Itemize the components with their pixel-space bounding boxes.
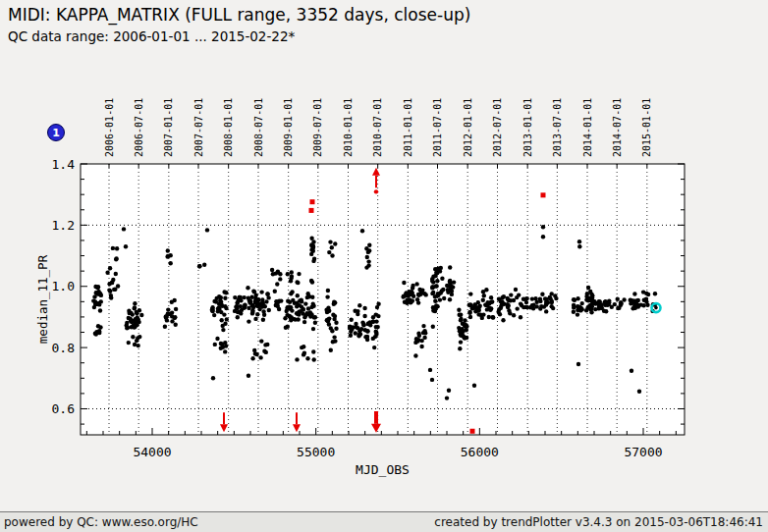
plot-index-badge[interactable]: 1 bbox=[47, 124, 65, 141]
date-tick-label: 2013-01-01 bbox=[522, 98, 533, 157]
date-tick-label: 2014-07-01 bbox=[612, 98, 623, 157]
date-tick-label: 2011-07-01 bbox=[432, 98, 443, 157]
date-labels: 2006-01-012006-07-012007-01-012007-07-01… bbox=[104, 98, 653, 157]
date-tick-label: 2006-01-01 bbox=[104, 98, 115, 157]
date-tick-label: 2007-07-01 bbox=[193, 98, 204, 157]
date-tick-label: 2011-01-01 bbox=[403, 98, 413, 157]
date-tick-label: 2010-07-01 bbox=[372, 98, 383, 157]
y-tick-label: 1.2 bbox=[52, 218, 75, 233]
footer-created-by: created by trendPlotter v3.4.3 on 2015-0… bbox=[434, 515, 763, 529]
x-tick-label: 57000 bbox=[624, 445, 662, 459]
date-tick-label: 2014-01-01 bbox=[582, 98, 593, 157]
kappa-matrix-scatter-chart: 2006-01-012006-07-012007-01-012007-07-01… bbox=[0, 0, 768, 511]
y-tick-label: 0.8 bbox=[52, 341, 75, 355]
date-tick-label: 2013-07-01 bbox=[552, 98, 563, 157]
y-axis-label: median_11_PR bbox=[35, 254, 50, 344]
x-tick-label: 56000 bbox=[461, 445, 499, 459]
date-tick-label: 2008-01-01 bbox=[223, 98, 234, 157]
x-axis-label: MJD_OBS bbox=[356, 462, 410, 477]
date-tick-label: 2006-07-01 bbox=[134, 98, 144, 157]
date-tick-label: 2012-07-01 bbox=[492, 98, 503, 157]
footer-bar: powered by QC: www.eso.org/HC created by… bbox=[0, 511, 768, 532]
date-tick-label: 2008-07-01 bbox=[253, 98, 264, 157]
footer-powered-by: powered by QC: www.eso.org/HC bbox=[4, 515, 198, 529]
x-tick-label: 55000 bbox=[297, 445, 335, 459]
y-tick-label: 1.4 bbox=[52, 157, 76, 172]
date-tick-label: 2007-01-01 bbox=[163, 98, 174, 157]
date-tick-label: 2012-01-01 bbox=[463, 98, 473, 157]
y-tick-label: 0.6 bbox=[52, 401, 75, 416]
x-tick-label: 54000 bbox=[133, 445, 171, 459]
date-tick-label: 2009-01-01 bbox=[283, 98, 294, 157]
date-tick-label: 2009-07-01 bbox=[312, 98, 323, 157]
x-tick-labels: 54000550005600057000 bbox=[133, 445, 662, 459]
date-tick-label: 2015-01-01 bbox=[641, 98, 652, 157]
date-tick-label: 2010-01-01 bbox=[343, 98, 354, 157]
y-tick-label: 1.0 bbox=[52, 279, 75, 293]
y-tick-labels: 0.60.81.01.21.4 bbox=[52, 157, 76, 416]
